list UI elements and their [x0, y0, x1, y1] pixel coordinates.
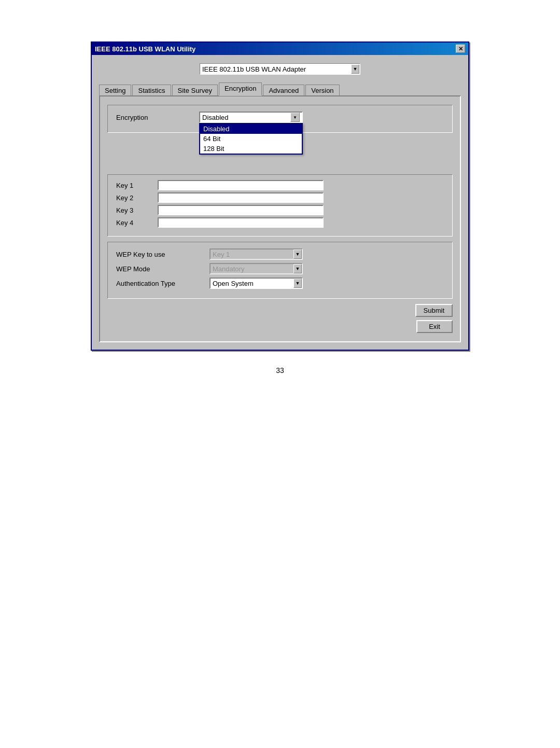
buttons-row: Submit: [107, 304, 453, 317]
tab-site-survey[interactable]: Site Survey: [172, 85, 218, 96]
window-title: IEEE 802.11b USB WLAN Utility: [95, 45, 195, 53]
encryption-field-row: Encryption Disabled ▼ Disabled 64 Bit 12…: [116, 112, 444, 123]
key2-label: Key 2: [116, 194, 158, 202]
key2-input[interactable]: [158, 192, 324, 203]
encryption-dropdown-container: Disabled ▼ Disabled 64 Bit 128 Bit: [199, 112, 303, 123]
key3-label: Key 3: [116, 206, 158, 214]
encryption-option-128bit[interactable]: 128 Bit: [200, 144, 302, 154]
tab-encryption[interactable]: Encryption: [219, 82, 262, 96]
wep-mode-select-wrapper: Mandatory ▼: [209, 263, 303, 274]
encryption-option-64bit[interactable]: 64 Bit: [200, 134, 302, 144]
encryption-label: Encryption: [116, 114, 199, 121]
close-button[interactable]: ✕: [456, 45, 465, 53]
key3-input[interactable]: [158, 205, 324, 215]
exit-button[interactable]: Exit: [416, 320, 453, 333]
wep-key-label: WEP Key to use: [116, 251, 209, 258]
auth-type-row: Authentication Type Open System ▼: [116, 278, 444, 289]
auth-type-select[interactable]: Open System: [209, 278, 303, 289]
adapter-select-wrapper: IEEE 802.11b USB WLAN Adapter ▼: [200, 63, 360, 75]
key1-row: Key 1: [116, 180, 444, 190]
wep-section: WEP Key to use Key 1 ▼ WEP Mode Mand: [107, 242, 453, 299]
encryption-option-disabled[interactable]: Disabled: [200, 124, 302, 134]
wep-key-row: WEP Key to use Key 1 ▼: [116, 248, 444, 260]
key4-input[interactable]: [158, 217, 324, 228]
submit-button[interactable]: Submit: [415, 304, 453, 317]
wep-mode-label: WEP Mode: [116, 265, 209, 273]
key3-row: Key 3: [116, 205, 444, 215]
key1-label: Key 1: [116, 182, 158, 189]
key4-row: Key 4: [116, 217, 444, 228]
exit-row: Exit: [107, 320, 453, 333]
encryption-section: Encryption Disabled ▼ Disabled 64 Bit 12…: [107, 105, 453, 133]
content-area: Encryption Disabled ▼ Disabled 64 Bit 12…: [99, 95, 461, 342]
auth-type-label: Authentication Type: [116, 280, 209, 287]
key1-input[interactable]: [158, 180, 324, 190]
tab-statistics[interactable]: Statistics: [132, 85, 171, 96]
keys-section: Key 1 Key 2 Key 3 Key 4: [107, 174, 453, 237]
tabs-row: Setting Statistics Site Survey Encryptio…: [99, 82, 461, 95]
adapter-row: IEEE 802.11b USB WLAN Adapter ▼: [99, 63, 461, 75]
title-bar: IEEE 802.11b USB WLAN Utility ✕: [92, 43, 468, 55]
tab-version[interactable]: Version: [305, 85, 339, 96]
key2-row: Key 2: [116, 192, 444, 203]
tab-advanced[interactable]: Advanced: [263, 85, 304, 96]
wep-key-select-wrapper: Key 1 ▼: [209, 248, 303, 260]
wep-mode-select[interactable]: Mandatory: [209, 263, 303, 274]
auth-type-select-wrapper: Open System ▼: [209, 278, 303, 289]
encryption-dropdown-value: Disabled: [202, 114, 290, 121]
encryption-dropdown-btn[interactable]: ▼: [290, 113, 300, 122]
encryption-dropdown-list: Disabled 64 Bit 128 Bit: [199, 123, 303, 155]
page-number: 33: [276, 366, 284, 375]
adapter-select[interactable]: IEEE 802.11b USB WLAN Adapter: [200, 63, 360, 75]
window: IEEE 802.11b USB WLAN Utility ✕ IEEE 802…: [91, 41, 469, 351]
window-body: IEEE 802.11b USB WLAN Adapter ▼ Setting …: [92, 55, 468, 350]
encryption-dropdown-field[interactable]: Disabled ▼: [199, 112, 303, 123]
tab-setting[interactable]: Setting: [99, 85, 131, 96]
wep-key-select[interactable]: Key 1: [209, 248, 303, 260]
page-wrapper: IEEE 802.11b USB WLAN Utility ✕ IEEE 802…: [0, 0, 560, 375]
key4-label: Key 4: [116, 219, 158, 227]
wep-mode-row: WEP Mode Mandatory ▼: [116, 263, 444, 274]
